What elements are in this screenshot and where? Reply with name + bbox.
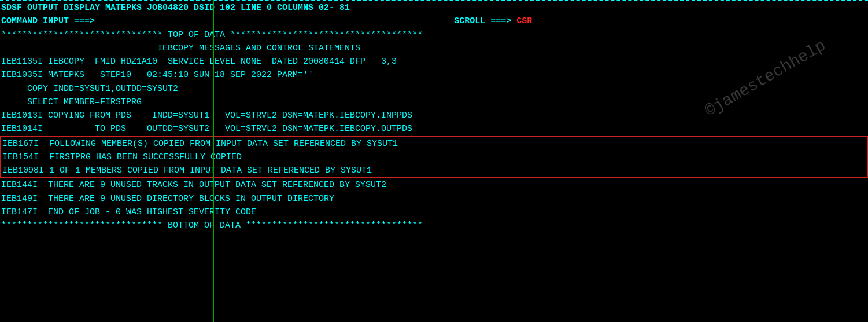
ieb167i-line: IEB167I FOLLOWING MEMBER(S) COPIED FROM … <box>1 137 867 151</box>
ieb1035i-line: IEB1035I MATEPKS STEP10 02:45:10 SUN 18 … <box>0 68 868 82</box>
ieb154i-line: IEB154I FIRSTPRG HAS BEEN SUCCESSFULLY C… <box>1 151 867 164</box>
scroll-label: SCROLL ===> <box>454 16 511 26</box>
command-label: COMMAND INPUT ===> <box>1 16 95 26</box>
select-member-line: SELECT MEMBER=FIRSTPRG <box>0 96 868 109</box>
header-title: SDSF OUTPUT DISPLAY MATEPKS JOB04820 DSI… <box>0 1 868 14</box>
scroll-value: CSR <box>516 16 532 26</box>
ieb1135i-line: IEB1135I IEBCOPY FMID HDZ1A10 SERVICE LE… <box>0 55 868 68</box>
iebcopy-header: IEBCOPY MESSAGES AND CONTROL STATEMENTS <box>0 42 868 55</box>
ieb147i-line: IEB147I END OF JOB - 0 WAS HIGHEST SEVER… <box>0 206 868 219</box>
terminal-window: ©jamestechhelp SDSF OUTPUT DISPLAY MATEP… <box>0 0 868 322</box>
ieb144i-line: IEB144I THERE ARE 9 UNUSED TRACKS IN OUT… <box>0 178 868 192</box>
command-input-line: COMMAND INPUT ===>_ SCROLL ===> CSR <box>0 14 868 28</box>
ieb1098i-line: IEB1098I 1 OF 1 MEMBERS COPIED FROM INPU… <box>1 164 867 177</box>
bottom-of-data: ******************************* BOTTOM O… <box>0 219 868 232</box>
ieb149i-line: IEB149I THERE ARE 9 UNUSED DIRECTORY BLO… <box>0 192 868 206</box>
ieb1014i-line: IEB1014I TO PDS OUTDD=SYSUT2 VOL=STRVL2 … <box>0 122 868 136</box>
copy-indd-line: COPY INDD=SYSUT1,OUTDD=SYSUT2 <box>0 82 868 96</box>
vertical-divider <box>213 0 214 322</box>
top-of-data: ******************************* TOP OF D… <box>0 28 868 42</box>
ieb1013i-line: IEB1013I COPYING FROM PDS INDD=SYSUT1 VO… <box>0 109 868 122</box>
highlighted-copy-section: IEB167I FOLLOWING MEMBER(S) COPIED FROM … <box>0 136 868 179</box>
cursor-blink: _ <box>95 16 100 26</box>
